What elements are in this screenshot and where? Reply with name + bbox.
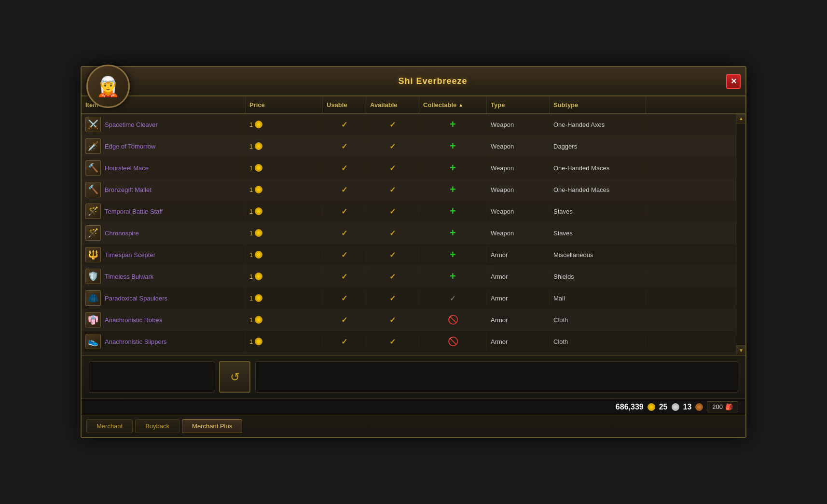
table-row[interactable]: 👘 Anachronistic Robes 1 ✓ ✓ 🚫 Armor Clot…: [82, 309, 745, 331]
type-cell: Weapon: [487, 227, 550, 240]
item-name: Paradoxical Spaulders: [105, 295, 167, 302]
item-cell: 🪄 Temporal Battle Staff: [82, 201, 246, 222]
table-row[interactable]: 🗡️ Edge of Tomorrow 1 ✓ ✓ + Weapon Dagge…: [82, 136, 745, 157]
usable-check-icon: ✓: [341, 250, 347, 259]
table-row[interactable]: 🪄 Chronospire 1 ✓ ✓ + Weapon Staves: [82, 222, 745, 244]
table-row[interactable]: 🔨 Hoursteel Mace 1 ✓ ✓ + Weapon One-Hand…: [82, 157, 745, 179]
available-check-icon: ✓: [389, 272, 396, 281]
scroll-up-button[interactable]: ▲: [736, 114, 745, 123]
usable-cell: ✓: [323, 334, 366, 349]
tab-merchant-plus[interactable]: Merchant Plus: [182, 419, 242, 433]
available-check-icon: ✓: [389, 315, 396, 325]
table-row[interactable]: 🪄 Temporal Battle Staff 1 ✓ ✓ + Weapon S…: [82, 201, 745, 222]
collectable-gray-icon: ✓: [450, 294, 456, 303]
silver-coin-icon: [672, 403, 679, 411]
usable-check-icon: ✓: [341, 294, 347, 303]
usable-cell: ✓: [323, 226, 366, 241]
copper-coin-icon: [695, 403, 703, 411]
price-cell: 1: [246, 335, 323, 348]
price-cell: 1: [246, 161, 323, 175]
sell-slot: [255, 361, 738, 393]
copper-value: 13: [683, 403, 692, 411]
table-row[interactable]: 🧤 Anachronistic Mitts 1 ✓ ✓ 🚫 Armor Clot…: [82, 353, 745, 355]
available-cell: ✓: [366, 117, 419, 132]
col-subtype: Subtype: [550, 96, 646, 113]
type-value: Weapon: [491, 143, 514, 150]
usable-check-icon: ✓: [341, 272, 347, 281]
item-name: Edge of Tomorrow: [105, 143, 155, 150]
table-row[interactable]: 👟 Anachronistic Slippers 1 ✓ ✓ 🚫 Armor C…: [82, 331, 745, 353]
available-check-icon: ✓: [389, 229, 396, 238]
item-icon: 🔨: [85, 182, 101, 197]
price-value: 1: [249, 164, 253, 172]
available-cell: ✓: [366, 334, 419, 349]
subtype-cell: Cloth: [550, 313, 646, 327]
available-check-icon: ✓: [389, 185, 396, 194]
tab-buyback[interactable]: Buyback: [135, 419, 179, 433]
usable-cell: ✓: [323, 139, 366, 154]
collectable-cell: +: [419, 180, 487, 199]
bag-icon: 🎒: [725, 403, 733, 410]
price-cell: 1: [246, 139, 323, 153]
item-name: Temporal Battle Staff: [105, 208, 163, 215]
refresh-button[interactable]: ↺: [219, 361, 250, 393]
type-cell: Armor: [487, 313, 550, 327]
available-cell: ✓: [366, 204, 419, 219]
usable-check-icon: ✓: [341, 163, 347, 173]
available-check-icon: ✓: [389, 250, 396, 259]
available-cell: ✓: [366, 313, 419, 327]
price-value: 1: [249, 295, 253, 302]
item-cell: 🛡️ Timeless Bulwark: [82, 266, 246, 287]
table-row[interactable]: ⚔️ Spacetime Cleaver 1 ✓ ✓ + Weapon One-…: [82, 114, 745, 136]
available-check-icon: ✓: [389, 294, 396, 303]
row-spacer: [646, 295, 656, 301]
table-row[interactable]: 🔨 Bronzegift Mallet 1 ✓ ✓ + Weapon One-H…: [82, 179, 745, 201]
item-icon: 🔨: [85, 160, 101, 176]
price-cell: 1: [246, 248, 323, 261]
table-row[interactable]: 🛡️ Timeless Bulwark 1 ✓ ✓ + Armor Shield…: [82, 266, 745, 287]
available-check-icon: ✓: [389, 120, 396, 129]
usable-check-icon: ✓: [341, 142, 347, 151]
available-check-icon: ✓: [389, 337, 396, 346]
available-cell: ✓: [366, 226, 419, 241]
price-value: 1: [249, 186, 253, 193]
collectable-plus-icon: +: [450, 118, 456, 131]
usable-check-icon: ✓: [341, 120, 347, 129]
item-name: Hoursteel Mace: [105, 164, 149, 172]
collectable-cell: 🚫: [419, 312, 487, 328]
subtype-cell: Daggers: [550, 140, 646, 153]
subtype-cell: Miscellaneous: [550, 248, 646, 261]
price-cell: 1: [246, 226, 323, 240]
table-row[interactable]: 🔱 Timespan Scepter 1 ✓ ✓ + Armor Miscell…: [82, 244, 745, 266]
price-cell: 1: [246, 270, 323, 283]
type-value: Armor: [491, 316, 508, 324]
item-icon: 👟: [85, 334, 101, 349]
price-cell: 1: [246, 313, 323, 327]
subtype-value: Staves: [553, 230, 573, 237]
price-coin-icon: [255, 142, 262, 150]
price-coin-icon: [255, 207, 262, 215]
subtype-value: Mail: [553, 295, 565, 302]
col-usable: Usable: [323, 96, 366, 113]
available-cell: ✓: [366, 139, 419, 154]
collectable-cell: +: [419, 202, 487, 220]
available-check-icon: ✓: [389, 207, 396, 216]
row-spacer: [646, 187, 656, 192]
merchant-window: 🧝 Shi Everbreeze ✕ Item Price Usable Ava…: [81, 66, 746, 438]
tab-merchant[interactable]: Merchant: [86, 419, 133, 433]
col-collectable[interactable]: Collectable ▲: [419, 96, 487, 113]
table-row[interactable]: 🧥 Paradoxical Spaulders 1 ✓ ✓ ✓ Armor Ma…: [82, 287, 745, 309]
usable-check-icon: ✓: [341, 337, 347, 346]
collectable-plus-icon: +: [450, 248, 456, 261]
type-value: Armor: [491, 338, 508, 345]
silver-value: 25: [659, 403, 668, 411]
scroll-down-button[interactable]: ▼: [736, 345, 745, 355]
subtype-value: Cloth: [553, 338, 568, 345]
item-icon: 🔱: [85, 247, 101, 262]
available-cell: ✓: [366, 269, 419, 284]
available-cell: ✓: [366, 247, 419, 262]
title-bar: 🧝 Shi Everbreeze ✕: [82, 67, 745, 96]
buy-slot: [89, 361, 214, 393]
close-button[interactable]: ✕: [726, 74, 741, 89]
collectable-no-icon: 🚫: [448, 314, 458, 325]
